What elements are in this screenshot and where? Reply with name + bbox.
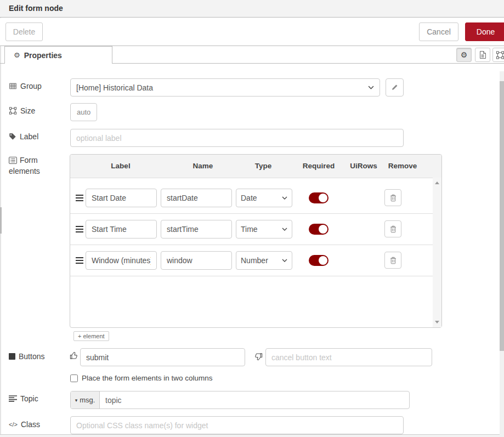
topic-label: Topic [9, 394, 38, 403]
submit-button-text-input[interactable] [80, 348, 245, 366]
element-type-select[interactable]: Date [236, 189, 292, 207]
scroll-down-icon[interactable] [435, 321, 439, 324]
two-columns-checkbox[interactable] [70, 374, 78, 382]
size-label: Size [9, 106, 35, 115]
group-label: Group [9, 82, 42, 90]
scroll-up-icon[interactable] [435, 181, 439, 184]
size-auto-button[interactable]: auto [70, 103, 97, 121]
column-header-type: Type [255, 162, 272, 170]
toggle-knob [319, 256, 327, 265]
gear-icon: ⚙ [14, 52, 20, 59]
square-icon [9, 353, 15, 360]
dialog-footer [0, 434, 504, 437]
form-elements-list: Date Time [70, 178, 441, 327]
gear-icon: ⚙ [461, 50, 468, 59]
topic-typed-input: ▾ msg. [70, 391, 410, 409]
dialog-title: Edit form node [9, 0, 63, 17]
element-label-input[interactable] [86, 189, 157, 207]
element-name-input[interactable] [161, 220, 232, 239]
cancel-button[interactable]: Cancel [419, 22, 458, 41]
remove-element-button[interactable] [384, 220, 401, 237]
element-name-input[interactable] [161, 251, 232, 270]
trash-icon [390, 194, 397, 202]
chevron-down-icon [282, 196, 287, 200]
column-header-remove: Remove [388, 162, 417, 170]
form-elements-table-header: Label Name Type Required UiRows Remove [70, 155, 441, 178]
msg-prefix-label: msg. [80, 396, 95, 404]
form-element-row: Time [70, 214, 433, 245]
dialog-header: Edit form node [0, 0, 504, 18]
element-label-input[interactable] [86, 251, 157, 270]
column-header-required: Required [303, 162, 335, 170]
table-icon [9, 82, 17, 90]
caret-down-icon: ▾ [75, 398, 78, 403]
form-elements-table: Label Name Type Required UiRows Remove D… [70, 154, 442, 328]
dialog-toolbar: Delete Cancel Done [0, 18, 504, 46]
class-label: </> Class [9, 420, 40, 429]
window-scrollbar-thumb[interactable] [500, 81, 504, 351]
table-scrollbar[interactable] [433, 178, 441, 327]
list-icon [9, 395, 17, 402]
form-element-row: Date [70, 183, 433, 214]
pencil-icon [391, 84, 398, 91]
form-elements-label: Form elements [9, 155, 56, 177]
tag-icon [9, 133, 16, 140]
column-header-uirows: UiRows [350, 162, 377, 170]
column-header-label: Label [111, 162, 130, 170]
required-toggle[interactable] [309, 224, 329, 235]
cancel-button-text-input[interactable] [265, 348, 432, 366]
class-input[interactable] [70, 416, 404, 434]
two-columns-label: Place the form elements in two columns [82, 374, 213, 382]
element-type-select[interactable]: Time [236, 220, 292, 239]
thumbs-up-icon [70, 351, 78, 361]
msg-type-dropdown[interactable]: ▾ msg. [71, 391, 100, 408]
code-icon: </> [9, 421, 18, 428]
document-icon [479, 51, 486, 59]
object-group-icon [496, 51, 504, 59]
required-toggle[interactable] [309, 255, 329, 266]
buttons-label: Buttons [9, 352, 44, 361]
node-appearance-button[interactable] [492, 48, 504, 62]
trash-icon [390, 257, 397, 264]
form-element-row: Number [70, 245, 433, 276]
node-properties-button[interactable]: ⚙ [456, 48, 472, 62]
toggle-knob [319, 194, 327, 202]
drag-handle-icon[interactable] [76, 195, 83, 203]
chevron-down-icon [282, 228, 287, 231]
remove-element-button[interactable] [384, 252, 401, 269]
required-toggle[interactable] [309, 192, 329, 203]
edit-form-node-dialog: Edit form node Delete Cancel Done ⚙ Prop… [0, 0, 504, 437]
tab-properties[interactable]: ⚙ Properties [4, 46, 112, 64]
tab-properties-label: Properties [24, 51, 62, 60]
label-input[interactable] [70, 129, 404, 147]
remove-element-button[interactable] [384, 189, 401, 206]
done-button[interactable]: Done [465, 22, 504, 41]
element-name-input[interactable] [161, 189, 232, 207]
column-header-name: Name [193, 162, 213, 170]
chevron-down-icon [368, 86, 374, 89]
drag-handle-icon[interactable] [76, 257, 83, 265]
trash-icon [390, 225, 397, 233]
thumbs-down-icon [254, 353, 263, 362]
drag-handle-icon[interactable] [76, 226, 83, 234]
chevron-down-icon [282, 259, 287, 262]
two-columns-option: Place the form elements in two columns [70, 374, 213, 382]
delete-button[interactable]: Delete [5, 22, 43, 41]
node-description-button[interactable] [475, 48, 490, 62]
element-type-select[interactable]: Number [236, 251, 292, 270]
element-label-input[interactable] [86, 220, 157, 239]
group-select[interactable]: [Home] Historical Data [70, 78, 380, 97]
object-group-icon [9, 107, 17, 115]
toggle-knob [319, 225, 327, 234]
add-element-button[interactable]: + element [73, 331, 109, 341]
window-scrollbar[interactable] [500, 71, 504, 437]
group-select-value: [Home] Historical Data [76, 83, 153, 92]
label-field-label: Label [9, 132, 38, 141]
edit-group-button[interactable] [386, 78, 404, 97]
topic-input[interactable] [100, 391, 409, 408]
list-alt-icon [9, 157, 17, 164]
panel-resize-grip[interactable] [0, 207, 2, 234]
